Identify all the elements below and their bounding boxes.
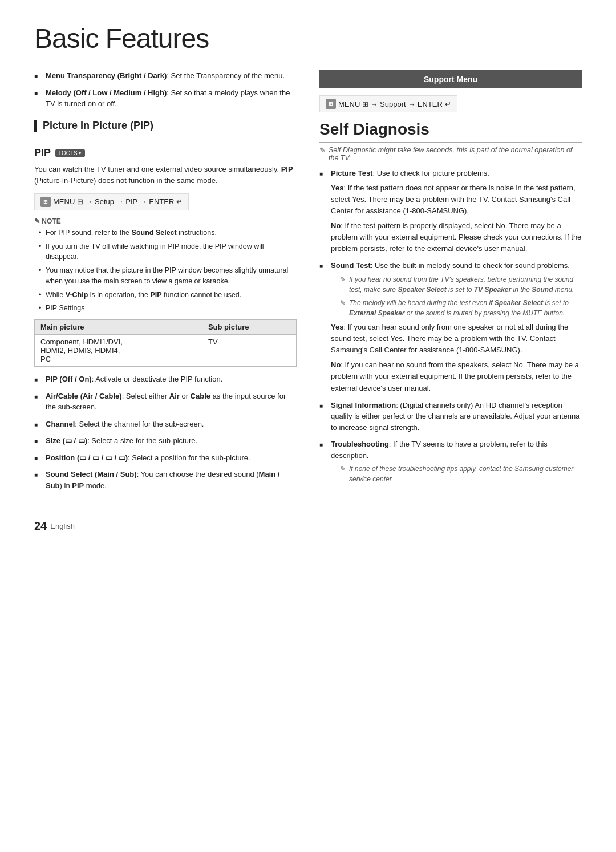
bullet-icon: ■ [34,72,41,82]
menu-icon: ⊞ [40,197,51,207]
menu-icon: ⊞ [326,99,336,109]
table-row: Component, HDMI1/DVI,HDMI2, HDMI3, HDMI4… [35,335,297,367]
bullet-icon: ■ [34,454,41,464]
support-nav-text: MENU ⊞ → Support → ENTER ↵ [338,100,451,108]
picture-test-yes: Yes: If the test pattern does not appear… [331,182,582,217]
section-divider [34,139,297,139]
sound-test-no: No: If you can hear no sound from the sp… [331,359,582,393]
page-number: 24 [34,520,47,533]
pip-description: You can watch the TV tuner and one exter… [34,164,297,186]
pip-section-title: Picture In Picture (PIP) [43,120,153,132]
diag-content: Picture Test: Use to check for picture p… [331,168,582,254]
pip-bullet-onoff: ■ PIP (Off / On): Activate or deactivate… [34,374,297,385]
bullet-text: Position (▭ / ▭ / ▭ / ▭): Select a posit… [46,452,250,464]
bullet-icon: ■ [319,401,326,433]
note-item: PIP Settings [39,303,297,314]
pip-section-header: Picture In Picture (PIP) [34,120,297,132]
pip-bullets: ■ PIP (Off / On): Activate or deactivate… [34,374,297,491]
bullet-text: Size (▭ / ▭): Select a size for the sub-… [46,435,197,447]
note-label: ✎ NOTE [34,217,297,225]
left-column: ■ Menu Transparency (Bright / Dark): Set… [34,70,297,497]
troubleshooting-note: If none of these troubleshooting tips ap… [340,464,582,484]
note-list: For PIP sound, refer to the Sound Select… [34,228,297,314]
diag-bullet-picture-test: ■ Picture Test: Use to check for picture… [319,168,582,254]
bullet-icon: ■ [319,169,326,254]
support-menu-nav: ⊞ MENU ⊞ → Support → ENTER ↵ [319,95,457,112]
bullet-icon: ■ [34,470,41,491]
bullet-text: Channel: Select the channel for the sub-… [46,419,204,430]
page-title: Basic Features [34,23,582,54]
bullet-text: Sound Test: Use the built-in melody soun… [331,261,570,270]
note-item: While V-Chip is in operation, the PIP fu… [39,290,297,301]
pip-bullet-position: ■ Position (▭ / ▭ / ▭ / ▭): Select a pos… [34,452,297,464]
page-language: English [50,522,75,530]
menu-nav-text: MENU ⊞ → Setup → PIP → ENTER ↵ [53,197,183,206]
sound-test-yes: Yes: If you can hear sound only from one… [331,322,582,356]
pip-heading: PIP TOOLS✦ [34,147,297,159]
tools-badge: TOOLS✦ [55,149,85,157]
pip-bullet-aircable: ■ Air/Cable (Air / Cable): Select either… [34,391,297,413]
support-menu-header: Support Menu [319,70,582,88]
diag-bullet-sound-test: ■ Sound Test: Use the built-in melody so… [319,260,582,393]
self-diag-intro: Self Diagnostic might take few seconds, … [319,146,582,162]
pip-bullet-sound: ■ Sound Select (Main / Sub): You can cho… [34,469,297,491]
pip-menu-nav: ⊞ MENU ⊞ → Setup → PIP → ENTER ↵ [34,193,189,210]
table-cell-sub: TV [202,335,296,367]
bullet-text: Troubleshooting: If the TV seems to have… [331,440,548,460]
bullet-text: Picture Test: Use to check for picture p… [331,169,489,177]
table-cell-main: Component, HDMI1/DVI,HDMI2, HDMI3, HDMI4… [35,335,202,367]
bullet-icon: ■ [34,420,41,430]
diag-bullet-signal: ■ Signal Information: (Digital channels … [319,400,582,433]
bullet-icon: ■ [34,392,41,413]
page-footer: 24 English [34,520,582,533]
table-header-sub: Sub picture [202,320,296,335]
pip-table: Main picture Sub picture Component, HDMI… [34,319,297,367]
bullet-text: Melody (Off / Low / Medium / High): Set … [46,87,297,109]
note-item: For PIP sound, refer to the Sound Select… [39,228,297,238]
intro-bullets: ■ Menu Transparency (Bright / Dark): Set… [34,70,297,109]
bullet-melody: ■ Melody (Off / Low / Medium / High): Se… [34,87,297,109]
right-column: Support Menu ⊞ MENU ⊞ → Support → ENTER … [319,70,582,497]
bullet-text: Menu Transparency (Bright / Dark): Set t… [46,70,285,82]
pip-note-box: ✎ NOTE For PIP sound, refer to the Sound… [34,217,297,314]
bullet-icon: ■ [319,262,326,393]
sound-test-note2: The melody will be heard during the test… [340,298,582,318]
bullet-icon: ■ [34,89,41,109]
note-item: You may notice that the picture in the P… [39,265,297,287]
bullet-icon: ■ [34,437,41,447]
diag-content: Sound Test: Use the built-in melody soun… [331,260,582,393]
note-item: If you turn the TV off while watching in… [39,241,297,263]
bullet-text: Air/Cable (Air / Cable): Select either A… [46,391,297,413]
bullet-icon: ■ [34,375,41,385]
bullet-text: Signal Information: (Digital channels on… [331,401,580,432]
diag-content: Signal Information: (Digital channels on… [331,400,582,433]
bullet-transparency: ■ Menu Transparency (Bright / Dark): Set… [34,70,297,82]
bullet-icon: ■ [319,440,326,486]
pip-bullet-size: ■ Size (▭ / ▭): Select a size for the su… [34,435,297,447]
self-diagnosis-title: Self Diagnosis [319,120,582,143]
pip-bullet-channel: ■ Channel: Select the channel for the su… [34,419,297,430]
bullet-text: Sound Select (Main / Sub): You can choos… [46,469,297,491]
bullet-text: PIP (Off / On): Activate or deactivate t… [46,374,222,385]
diag-bullet-troubleshooting: ■ Troubleshooting: If the TV seems to ha… [319,439,582,486]
table-header-main: Main picture [35,320,202,335]
diag-content: Troubleshooting: If the TV seems to have… [331,439,582,486]
picture-test-no: No: If the test pattern is properly disp… [331,220,582,254]
sound-test-note1: If you hear no sound from the TV's speak… [340,274,582,295]
pip-label: PIP [34,147,51,159]
